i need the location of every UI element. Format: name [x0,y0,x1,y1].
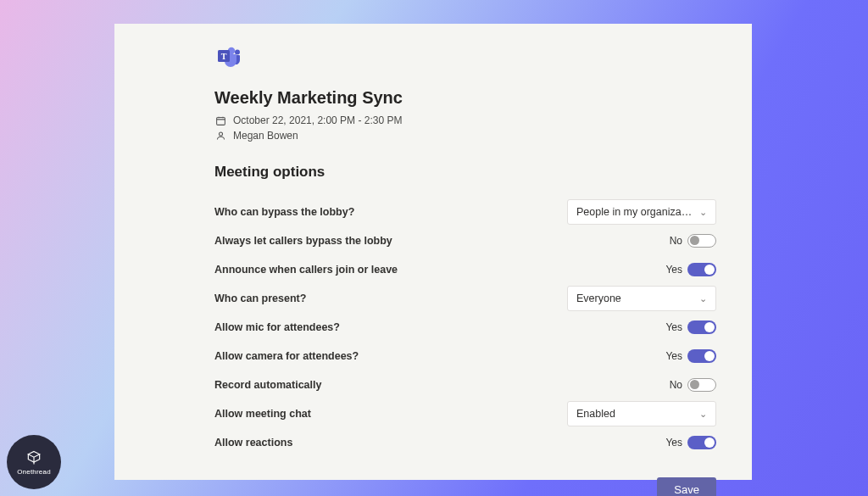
box-icon [25,449,42,466]
meeting-organizer: Megan Bowen [233,130,298,142]
meeting-options-card: T Weekly Marketing Sync October 22, 2021… [114,24,752,480]
toggle-label: Yes [665,350,682,362]
option-present: Who can present? Everyone ⌄ [214,286,716,311]
chat-select[interactable]: Enabled ⌄ [567,401,716,426]
toggle-label: Yes [665,321,682,333]
toggle-label: No [670,235,682,247]
option-bypass-lobby: Who can bypass the lobby? People in my o… [214,199,716,225]
meeting-datetime-row: October 22, 2021, 2:00 PM - 2:30 PM [214,114,716,126]
announce-toggle[interactable] [687,263,716,276]
meeting-organizer-row: Megan Bowen [214,130,716,142]
chevron-down-icon: ⌄ [699,409,707,420]
option-label: Who can present? [214,293,306,304]
option-label: Announce when callers join or leave [214,264,398,276]
meeting-title: Weekly Marketing Sync [214,88,716,108]
select-value: People in my organization and gu... [576,206,694,218]
option-callers-bypass: Always let callers bypass the lobby No [214,228,716,254]
option-label: Allow reactions [214,437,292,449]
allow-cam-toggle[interactable] [687,349,716,363]
chevron-down-icon: ⌄ [699,293,707,304]
option-allow-cam: Allow camera for attendees? Yes [214,343,716,369]
select-value: Everyone [576,293,694,304]
section-title: Meeting options [214,164,716,181]
option-allow-mic: Allow mic for attendees? Yes [214,315,716,340]
option-label: Record automatically [214,379,321,391]
svg-point-5 [219,132,222,136]
present-select[interactable]: Everyone ⌄ [567,286,716,311]
option-chat: Allow meeting chat Enabled ⌄ [214,401,716,426]
teams-logo-icon: T [214,42,242,70]
record-toggle[interactable] [687,378,716,392]
allow-mic-toggle[interactable] [687,320,716,334]
option-label: Allow meeting chat [214,408,311,420]
option-announce: Announce when callers join or leave Yes [214,257,716,282]
toggle-label: Yes [665,264,682,276]
svg-point-1 [235,50,240,55]
save-button[interactable]: Save [657,477,716,496]
option-record: Record automatically No [214,372,716,398]
chevron-down-icon: ⌄ [699,207,707,218]
person-icon [214,130,226,142]
option-label: Allow mic for attendees? [214,321,340,333]
option-label: Allow camera for attendees? [214,350,359,362]
option-reactions: Allow reactions Yes [214,430,716,455]
toggle-label: No [670,379,682,391]
callers-bypass-toggle[interactable] [687,234,716,248]
meeting-datetime: October 22, 2021, 2:00 PM - 2:30 PM [233,114,402,126]
toggle-label: Yes [665,437,682,449]
svg-text:T: T [221,52,227,61]
calendar-icon [214,114,226,126]
svg-rect-4 [216,117,225,125]
select-value: Enabled [576,408,694,420]
brand-badge-text: Onethread [17,468,51,476]
brand-badge: Onethread [7,435,61,489]
bypass-lobby-select[interactable]: People in my organization and gu... ⌄ [567,199,716,225]
option-label: Always let callers bypass the lobby [214,235,392,247]
reactions-toggle[interactable] [687,436,716,449]
option-label: Who can bypass the lobby? [214,206,354,218]
